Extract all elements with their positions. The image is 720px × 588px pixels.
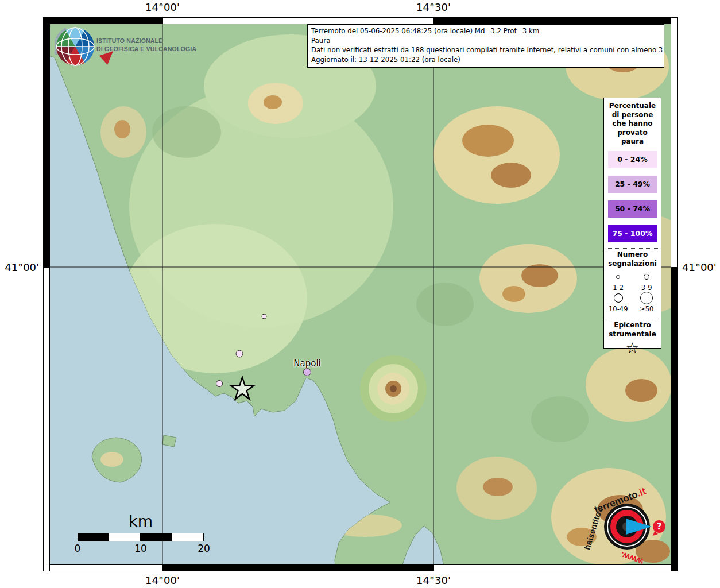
size-circle-icon	[616, 275, 620, 279]
scale-segment	[109, 533, 141, 541]
frame-segment	[162, 17, 434, 24]
frame-segment	[671, 17, 678, 268]
frame-segment	[43, 17, 163, 24]
haisentitoilterremoto-logo: ? terremoto.it haisentito.i www.	[586, 485, 689, 577]
ingv-name: ISTITUTO NAZIONALE DI GEOFISICA E VULCAN…	[96, 37, 196, 53]
legend-reports-title: Numero segnalazioni	[604, 249, 661, 268]
axis-label-top-right: 14°30'	[416, 1, 451, 13]
map-area	[43, 17, 678, 571]
scale-ticks: 0 10 20	[78, 543, 204, 555]
scale-segment	[172, 533, 204, 541]
legend-class-swatch: 75 - 100%	[608, 225, 657, 242]
scale-bar: km 0 10 20	[78, 513, 204, 555]
event-info-box: Terremoto del 05-06-2025 06:48:25 (ora l…	[307, 24, 664, 68]
scale-unit: km	[78, 513, 204, 530]
legend-class-swatch: 25 - 49%	[608, 176, 657, 193]
event-question: Paura	[311, 36, 660, 46]
ingv-name-line2: DI GEOFISICA E VULCANOLOGIA	[96, 45, 196, 53]
legend-report-sizes: 1-23-910-49≥50	[604, 270, 661, 313]
legend-class-swatch: 50 - 74%	[608, 200, 657, 218]
legend-size-item: 10-49	[604, 292, 633, 313]
event-updated: Aggiornato il: 13-12-2025 01:22 (ora loc…	[311, 55, 660, 65]
frame-segment	[162, 564, 434, 571]
axis-label-top-left: 14°00'	[145, 1, 180, 13]
star-icon	[229, 376, 256, 403]
legend-size-item: 1-2	[604, 270, 633, 292]
scale-segment	[78, 533, 109, 541]
frame-segment	[43, 267, 50, 571]
scale-segment	[141, 533, 172, 541]
island-procida	[162, 435, 176, 447]
axis-label-left: 41°00'	[1, 261, 39, 273]
legend-class-swatch: 0 - 24%	[608, 151, 657, 168]
frame-segment	[43, 17, 50, 268]
legend-class-swatches: 0 - 24%25 - 49%50 - 74%75 - 100%	[604, 151, 661, 242]
size-circle-icon	[644, 274, 649, 280]
question-mark: ?	[657, 521, 662, 532]
axis-label-right: 41°00'	[682, 261, 717, 273]
size-circle-icon	[614, 293, 623, 303]
legend: Percentuale di persone che hanno provato…	[603, 98, 661, 349]
event-summary: Terremoto del 05-06-2025 06:48:25 (ora l…	[311, 26, 660, 36]
size-circle-icon	[640, 292, 653, 304]
terrain-map	[43, 17, 678, 571]
legend-star-icon: ☆	[604, 339, 661, 357]
event-disclaimer: Dati non verificati estratti da 188 ques…	[311, 45, 660, 55]
axis-label-bottom-right: 14°30'	[416, 574, 451, 586]
legend-size-item: ≥50	[633, 292, 661, 313]
legend-epicenter-title: Epicentro strumentale	[604, 319, 661, 339]
legend-size-item: 3-9	[633, 270, 661, 292]
ingv-name-line1: ISTITUTO NAZIONALE	[96, 37, 196, 45]
city-label-napoli: Napoli	[293, 358, 320, 369]
screenshot-root: Napoli 14°00' 14°30' 14°00' 14°30' 41°00…	[0, 0, 720, 588]
epicenter-star	[229, 376, 256, 403]
frame-segment	[433, 17, 678, 24]
legend-title: Percentuale di persone che hanno provato…	[604, 98, 661, 146]
scale-bar-segments	[78, 533, 204, 541]
axis-label-bottom-left: 14°00'	[145, 574, 180, 586]
frame-segment	[43, 564, 163, 571]
